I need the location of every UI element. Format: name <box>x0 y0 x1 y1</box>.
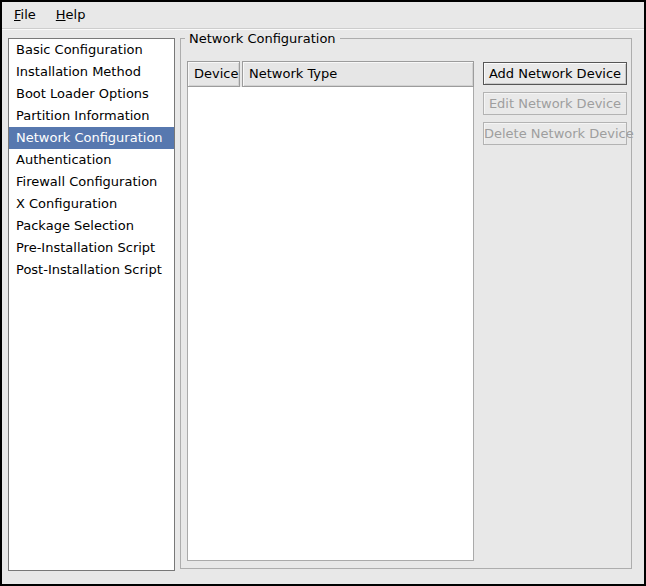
table-body-empty[interactable] <box>187 87 474 561</box>
delete-network-device-button[interactable]: Delete Network Device <box>483 122 627 145</box>
menu-bar: File Help <box>2 2 644 29</box>
network-configuration-frame: Network Configuration Device Network Typ… <box>180 38 632 569</box>
menu-help[interactable]: Help <box>46 2 96 28</box>
section-list: Basic Configuration Installation Method … <box>8 38 175 571</box>
network-device-table: Device Network Type <box>187 61 474 561</box>
menu-file[interactable]: File <box>4 2 46 28</box>
table-header-row: Device Network Type <box>187 61 474 87</box>
add-network-device-button[interactable]: Add Network Device <box>483 62 627 85</box>
frame-title: Network Configuration <box>185 30 340 47</box>
sidebar-item-boot-loader-options[interactable]: Boot Loader Options <box>9 83 174 105</box>
column-header-network-type[interactable]: Network Type <box>242 61 474 87</box>
edit-network-device-button[interactable]: Edit Network Device <box>483 92 627 115</box>
sidebar-item-firewall-configuration[interactable]: Firewall Configuration <box>9 171 174 193</box>
sidebar-item-package-selection[interactable]: Package Selection <box>9 215 174 237</box>
column-header-device[interactable]: Device <box>187 61 240 87</box>
sidebar-item-network-configuration[interactable]: Network Configuration <box>9 127 174 149</box>
sidebar-item-pre-installation-script[interactable]: Pre-Installation Script <box>9 237 174 259</box>
sidebar-item-x-configuration[interactable]: X Configuration <box>9 193 174 215</box>
sidebar-item-partition-information[interactable]: Partition Information <box>9 105 174 127</box>
sidebar-item-installation-method[interactable]: Installation Method <box>9 61 174 83</box>
sidebar-item-basic-configuration[interactable]: Basic Configuration <box>9 39 174 61</box>
kickstart-configurator-window: File Help Basic Configuration Installati… <box>0 0 646 586</box>
sidebar-item-post-installation-script[interactable]: Post-Installation Script <box>9 259 174 281</box>
sidebar-item-authentication[interactable]: Authentication <box>9 149 174 171</box>
device-action-buttons: Add Network Device Edit Network Device D… <box>483 62 627 145</box>
